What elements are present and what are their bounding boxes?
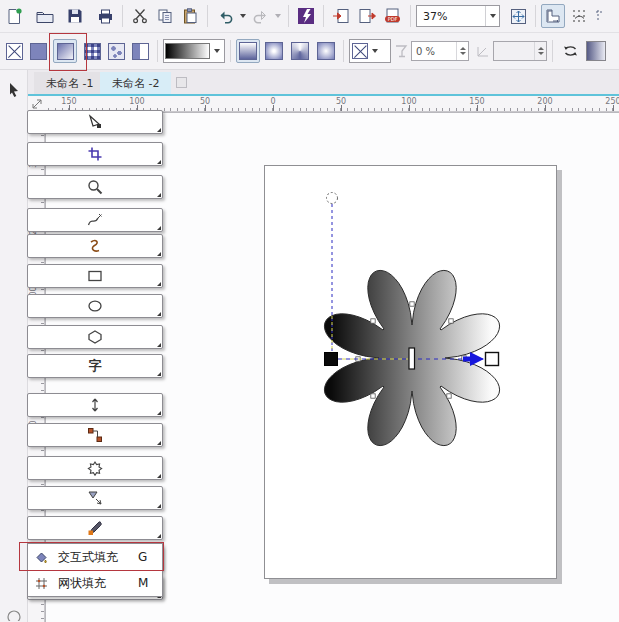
- blend-tool[interactable]: [27, 456, 163, 480]
- conical-fountain-button[interactable]: [288, 39, 312, 63]
- zoom-dropdown[interactable]: [485, 6, 499, 26]
- separator: [122, 5, 123, 27]
- square-fountain-button[interactable]: [314, 39, 338, 63]
- uniform-fill-button[interactable]: [26, 39, 50, 63]
- menu-item-mesh-fill[interactable]: 网状填充 M: [28, 570, 162, 596]
- caret-down-icon: [490, 14, 496, 18]
- extrude-icon: [87, 490, 103, 506]
- zoom-level-value: 37%: [417, 10, 485, 23]
- fountain-fill-button[interactable]: [53, 39, 77, 63]
- extrude-tool[interactable]: [27, 486, 163, 510]
- cut-scissors-icon: [132, 8, 148, 24]
- text-tool[interactable]: 字: [27, 354, 163, 378]
- fill-origin-circle[interactable]: [327, 193, 338, 204]
- mesh-fill-icon: [28, 576, 54, 591]
- no-color-icon: [352, 43, 368, 59]
- import-icon: [332, 8, 350, 24]
- show-rulers-button[interactable]: [541, 4, 565, 28]
- print-button[interactable]: [93, 4, 117, 28]
- pick-tool[interactable]: [2, 78, 26, 102]
- publish-pdf-button[interactable]: PDF: [381, 4, 405, 28]
- ellipse-tool[interactable]: [27, 294, 163, 318]
- zoom-level-combobox[interactable]: 37%: [416, 5, 500, 27]
- spinner-arrows[interactable]: [534, 42, 546, 60]
- texture-fill-icon: [108, 43, 125, 60]
- glass-icon: [394, 44, 408, 59]
- tab-label: 未命名 -2: [112, 76, 159, 91]
- open-button[interactable]: [33, 4, 57, 28]
- connector-icon: [87, 427, 103, 443]
- copy-icon: [157, 8, 173, 24]
- guidelines-button-partial[interactable]: [593, 4, 603, 28]
- blend-blob-icon: [87, 460, 103, 476]
- paste-button[interactable]: [178, 4, 202, 28]
- menu-item-interactive-fill[interactable]: 交互式填充 G: [28, 544, 162, 570]
- caret-down-icon: [210, 40, 224, 62]
- standard-toolbar: PDF 37%: [0, 0, 619, 33]
- zoom-tool[interactable]: [27, 175, 163, 199]
- show-grid-button[interactable]: [567, 4, 591, 28]
- spinner-arrows[interactable]: [456, 42, 468, 60]
- polygon-icon: [87, 329, 103, 345]
- separator: [535, 5, 536, 27]
- undo-dropdown[interactable]: [237, 4, 248, 28]
- cut-button[interactable]: [128, 4, 152, 28]
- tab-untitled-2[interactable]: 未命名 -2: [100, 72, 171, 94]
- tab-untitled-1[interactable]: 未命名 -1: [34, 72, 105, 94]
- redo-dropdown[interactable]: [272, 4, 283, 28]
- import-button[interactable]: [329, 4, 353, 28]
- gradient-start-handle[interactable]: [325, 353, 338, 366]
- edit-fill-swatch[interactable]: [586, 41, 606, 61]
- transparency-indicator: [391, 39, 411, 63]
- guidelines-icon: [594, 8, 602, 24]
- eyedropper-tool[interactable]: [27, 516, 163, 540]
- dimension-tool[interactable]: [27, 393, 163, 417]
- save-button[interactable]: [63, 4, 87, 28]
- fountain-angle-spinner[interactable]: [493, 41, 547, 61]
- copy-fill-properties-button[interactable]: [558, 39, 582, 63]
- freehand-tool[interactable]: [27, 208, 163, 232]
- redo-icon: [252, 9, 269, 24]
- crop-icon: [87, 146, 103, 162]
- separator: [230, 40, 231, 62]
- new-document-button[interactable]: [2, 4, 26, 28]
- crop-tool[interactable]: [27, 142, 163, 166]
- caret-down-icon: [275, 14, 281, 18]
- connector-tool[interactable]: [27, 423, 163, 447]
- conical-gradient-icon: [291, 42, 309, 60]
- linear-fountain-button[interactable]: [236, 39, 260, 63]
- shape-tool[interactable]: [27, 110, 163, 134]
- angle-indicator: [473, 39, 493, 63]
- redo-button[interactable]: [248, 4, 272, 28]
- radial-fountain-button[interactable]: [262, 39, 286, 63]
- rectangle-tool[interactable]: [27, 264, 163, 288]
- fountain-fill-icon: [57, 43, 74, 60]
- gradient-arrow-icon: [470, 352, 484, 366]
- new-tab-button[interactable]: [176, 77, 187, 88]
- smart-fill-tool-partial[interactable]: [2, 604, 26, 622]
- application-launcher-button[interactable]: [294, 4, 318, 28]
- full-screen-preview-button[interactable]: [506, 4, 530, 28]
- square-gradient-icon: [317, 42, 335, 60]
- copy-button[interactable]: [153, 4, 177, 28]
- gradient-preview-dropdown[interactable]: [163, 39, 225, 63]
- polygon-tool[interactable]: [27, 325, 163, 349]
- postscript-fill-button[interactable]: [128, 39, 152, 63]
- menu-item-shortcut: G: [138, 550, 162, 564]
- ellipse-icon: [87, 298, 103, 314]
- export-icon: [358, 8, 376, 24]
- undo-button[interactable]: [213, 4, 237, 28]
- pick-arrow-icon: [6, 82, 22, 98]
- texture-fill-button[interactable]: [104, 39, 128, 63]
- fill-color-dropdown[interactable]: [349, 39, 391, 63]
- fountain-midpoint-spinner[interactable]: 0 %: [411, 41, 469, 61]
- no-fill-button[interactable]: [2, 39, 26, 63]
- gradient-midpoint-slider[interactable]: [409, 348, 415, 369]
- gradient-end-handle[interactable]: [486, 353, 499, 366]
- open-folder-icon: [36, 8, 54, 24]
- toolbox: 字: [0, 70, 28, 622]
- pattern-fill-button[interactable]: [80, 39, 104, 63]
- export-button[interactable]: [355, 4, 379, 28]
- eyedropper-icon: [87, 520, 103, 536]
- smart-drawing-tool[interactable]: [27, 234, 163, 258]
